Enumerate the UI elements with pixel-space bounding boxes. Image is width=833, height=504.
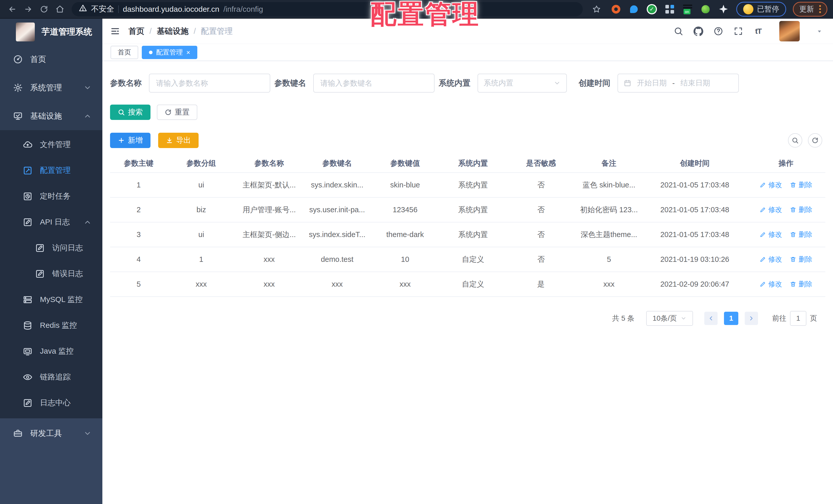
cell: xxx [303, 272, 371, 297]
sidebar-item-error-log[interactable]: 错误日志 [0, 261, 102, 287]
select-placeholder: 系统内置 [484, 78, 514, 88]
app-frame: 芋道管理系统 首页 系统管理 [0, 19, 833, 504]
column-header: 参数分组 [167, 154, 235, 173]
tab-home[interactable]: 首页 [111, 46, 138, 59]
forward-icon[interactable] [22, 3, 35, 16]
chevron-down-icon [84, 429, 92, 437]
date-separator: - [672, 79, 675, 87]
extension-pin-icon[interactable] [629, 4, 639, 14]
total-count: 共 5 条 [612, 313, 635, 323]
delete-link[interactable]: 删除 [790, 180, 812, 190]
sidebar-item-home[interactable]: 首页 [0, 45, 102, 73]
extension-puzzle-icon[interactable] [718, 4, 729, 14]
sidebar-item-log-center[interactable]: 日志中心 [0, 390, 102, 416]
edit-link[interactable]: 修改 [760, 255, 782, 264]
export-button[interactable]: 导出 [158, 133, 198, 148]
breadcrumb-separator: / [149, 27, 152, 36]
sidebar-item-files[interactable]: 文件管理 [0, 132, 102, 157]
extension-orange-icon[interactable] [611, 4, 621, 14]
sidebar-item-system[interactable]: 系统管理 [0, 73, 102, 102]
paused-badge[interactable]: 已暂停 [736, 2, 786, 17]
font-size-icon[interactable]: tT [753, 26, 764, 37]
main-area: 首页 / 基础设施 / 配置管理 [102, 19, 833, 504]
breadcrumb-item[interactable]: 基础设施 [157, 26, 189, 36]
home-icon[interactable] [53, 3, 67, 16]
table-row: 4 1 xxx demo.test 10 自定义 否 5 2021-01-19 … [110, 247, 825, 272]
goto-page-input[interactable] [790, 311, 806, 326]
gear-icon [13, 83, 23, 93]
calendar-icon [624, 79, 631, 87]
sidebar-item-mysql[interactable]: MySQL 监控 [0, 287, 102, 312]
goto-label: 前往 [772, 313, 786, 323]
sidebar-item-api-log[interactable]: API 日志 [0, 209, 102, 235]
date-range-picker[interactable]: 开始日期 - 结束日期 [618, 74, 739, 93]
prev-page-button[interactable] [704, 312, 718, 325]
caret-down-icon[interactable] [816, 27, 823, 35]
column-header: 系统内置 [439, 154, 507, 173]
page-number-active[interactable]: 1 [724, 312, 738, 325]
tab-config-active[interactable]: 配置管理 × [142, 46, 197, 59]
cell: 初始化密码 123... [575, 197, 643, 222]
next-page-button[interactable] [745, 312, 758, 325]
delete-link[interactable]: 删除 [790, 255, 812, 264]
extensions-row: ✓ on [611, 4, 729, 14]
table-row: 3 ui 主框架页-侧边... sys.index.sideT... theme… [110, 222, 825, 247]
search-icon[interactable] [673, 26, 684, 37]
extension-list-icon[interactable]: on [683, 4, 693, 14]
param-name-input[interactable] [149, 74, 270, 93]
cell: xxx [235, 247, 303, 272]
edit-link[interactable]: 修改 [760, 279, 782, 289]
breadcrumb-item[interactable]: 首页 [128, 26, 144, 36]
extension-grid-icon[interactable] [665, 4, 675, 14]
cell: theme-dark [371, 222, 439, 247]
search-button[interactable]: 搜索 [110, 105, 150, 120]
reload-icon[interactable] [38, 3, 51, 16]
delete-link[interactable]: 删除 [790, 230, 812, 239]
toggle-search-button[interactable] [788, 133, 802, 148]
edit-link[interactable]: 修改 [760, 205, 782, 214]
reset-button[interactable]: 重置 [157, 105, 197, 120]
back-icon[interactable] [6, 3, 19, 16]
sidebar-item-config[interactable]: 配置管理 [0, 157, 102, 183]
collapse-sidebar-icon[interactable] [107, 23, 123, 40]
user-avatar[interactable] [779, 21, 800, 42]
breadcrumb-separator: / [194, 27, 196, 36]
extension-check-icon[interactable]: ✓ [647, 4, 657, 14]
extension-sprout-icon[interactable] [700, 4, 711, 14]
filter-builtin-label: 系统内置 [438, 78, 470, 89]
sidebar-item-jobs[interactable]: 定时任务 [0, 183, 102, 209]
close-icon[interactable]: × [186, 49, 190, 56]
sidebar-item-label: API 日志 [40, 217, 70, 227]
update-button[interactable]: 更新 [793, 2, 827, 17]
sidebar-item-redis[interactable]: Redis 监控 [0, 312, 102, 338]
cell: 系统内置 [439, 197, 507, 222]
menu-dots-icon[interactable] [819, 5, 821, 13]
sidebar-item-access-log[interactable]: 访问日志 [0, 235, 102, 261]
edit-link[interactable]: 修改 [760, 180, 782, 190]
tab-label: 首页 [118, 48, 131, 57]
fullscreen-icon[interactable] [733, 26, 744, 37]
sidebar-logo[interactable]: 芋道管理系统 [0, 19, 102, 45]
sidebar-item-devtools[interactable]: 研发工具 [0, 420, 102, 447]
edit-link[interactable]: 修改 [760, 230, 782, 239]
refresh-button[interactable] [808, 133, 822, 148]
page-size-select[interactable]: 10条/页 [646, 311, 693, 326]
bookmark-star-icon[interactable] [590, 3, 603, 16]
help-icon[interactable] [713, 26, 724, 37]
param-key-input[interactable] [313, 74, 434, 93]
cell: 否 [507, 173, 575, 197]
address-bar[interactable]: 不安全 dashboard.yudao.iocoder.cn /infra/co… [72, 2, 583, 16]
monitor-icon [13, 111, 23, 121]
cell: 系统内置 [439, 173, 507, 197]
cell-actions: 修改删除 [746, 247, 825, 272]
sidebar-item-infra[interactable]: 基础设施 [0, 102, 102, 130]
filter-key-label: 参数键名 [274, 78, 306, 89]
delete-link[interactable]: 删除 [790, 279, 812, 289]
github-icon[interactable] [693, 26, 704, 37]
sidebar-item-java[interactable]: Java 监控 [0, 338, 102, 364]
delete-link[interactable]: 删除 [790, 205, 812, 214]
sidebar-item-trace[interactable]: 链路追踪 [0, 364, 102, 390]
add-button[interactable]: 新增 [110, 133, 150, 148]
sidebar-item-label: 研发工具 [30, 428, 62, 439]
builtin-select[interactable]: 系统内置 [478, 74, 567, 93]
